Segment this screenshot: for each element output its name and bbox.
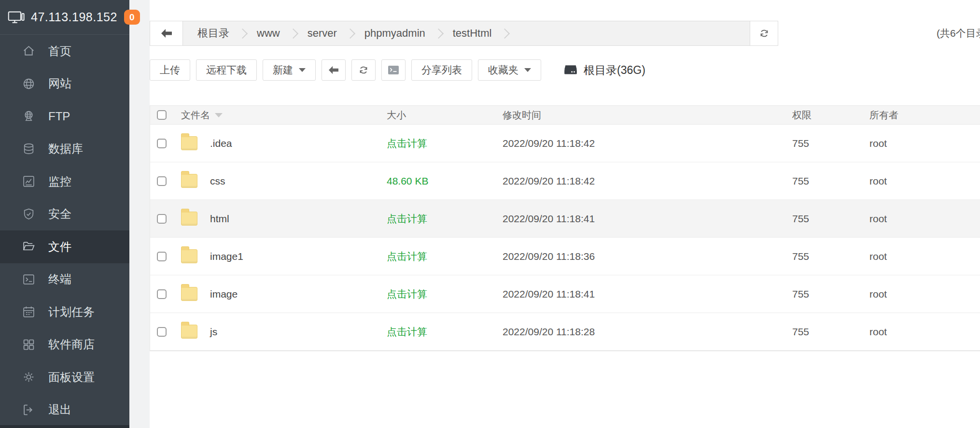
sidebar-item-label: 软件商店 [48,337,95,352]
table-row[interactable]: image1 点击计算 2022/09/20 11:18:36 755 root [150,238,980,275]
sidebar-item-security[interactable]: 安全 [0,198,129,231]
chevron-right-icon [288,28,298,38]
chevron-right-icon [434,28,444,38]
file-table: 文件名 大小 修改时间 权限 所有者 .idea 点击计算 2022/09/20… [150,105,980,351]
sidebar-item-label: 计划任务 [48,304,95,320]
monitor-chart-icon [21,175,36,188]
select-all-checkbox[interactable] [157,110,167,120]
file-name[interactable]: .idea [210,138,232,149]
sidebar-item-settings[interactable]: 面板设置 [0,361,129,394]
folder-open-icon [21,240,36,253]
terminal-button[interactable] [381,59,406,81]
file-name[interactable]: image [210,288,238,300]
header-name[interactable]: 文件名 [181,109,387,122]
file-perm: 755 [792,288,869,300]
breadcrumb-item-phpmyadmin[interactable]: phpmyadmin [364,27,425,40]
refresh-button[interactable] [351,59,376,81]
home-icon [21,44,36,57]
chevron-right-icon [238,28,248,38]
sidebar-item-label: 安全 [48,206,71,222]
path-back-button[interactable] [150,21,183,45]
size-calc-link[interactable]: 点击计算 [387,138,427,149]
row-checkbox[interactable] [157,176,167,186]
sidebar-item-home[interactable]: 首页 [0,35,129,68]
new-dropdown-button[interactable]: 新建 [263,59,316,81]
file-name[interactable]: js [210,326,217,338]
database-icon [21,143,36,156]
header-size[interactable]: 大小 [387,109,503,122]
row-checkbox[interactable] [157,139,167,148]
sidebar: 47.113.198.152 0 首页 网站 [0,0,129,428]
header-mtime[interactable]: 修改时间 [503,109,792,122]
header-perm[interactable]: 权限 [792,109,869,122]
sidebar-item-appstore[interactable]: 软件商店 [0,328,129,361]
sidebar-bottom-strip [0,425,129,428]
sidebar-item-monitor[interactable]: 监控 [0,165,129,198]
breadcrumb-item-server[interactable]: server [308,27,337,40]
sidebar-item-label: 面板设置 [48,370,95,385]
sort-caret-icon [215,113,223,117]
size-calc-link[interactable]: 点击计算 [387,288,427,300]
file-manager-main: 根目录 www server phpmyadmin testHtml (共6个目… [150,0,980,428]
root-disk-selector[interactable]: 根目录(36G) [563,63,645,78]
row-checkbox[interactable] [157,252,167,261]
sidebar-item-website[interactable]: 网站 [0,68,129,100]
file-mtime: 2022/09/20 11:18:41 [503,213,792,225]
size-calc-link[interactable]: 点击计算 [387,213,427,224]
row-checkbox[interactable] [157,327,167,337]
terminal-icon [21,273,36,286]
table-row[interactable]: css 48.60 KB 2022/09/20 11:18:42 755 roo… [150,162,980,200]
share-list-button[interactable]: 分享列表 [411,59,472,81]
file-name[interactable]: css [210,175,225,187]
file-mtime: 2022/09/20 11:18:28 [503,326,792,338]
server-header[interactable]: 47.113.198.152 0 [0,0,129,35]
file-name[interactable]: html [210,213,229,225]
size-calc-link[interactable]: 点击计算 [387,251,427,262]
folder-icon [181,174,197,188]
gear-icon [21,371,36,384]
table-row[interactable]: image 点击计算 2022/09/20 11:18:41 755 root [150,275,980,313]
caret-down-icon [524,68,531,72]
breadcrumb-item-www[interactable]: www [257,27,280,40]
calendar-icon [21,305,36,318]
sidebar-item-cron[interactable]: 计划任务 [0,296,129,328]
sidebar-item-label: 首页 [48,43,71,59]
size-value-link[interactable]: 48.60 KB [387,175,428,186]
caret-down-icon [299,68,306,72]
remote-download-button[interactable]: 远程下载 [196,59,257,81]
file-perm: 755 [792,251,869,262]
sidebar-item-files[interactable]: 文件 [0,230,129,263]
file-owner: root [869,138,980,149]
sidebar-item-database[interactable]: 数据库 [0,133,129,166]
table-row[interactable]: html 点击计算 2022/09/20 11:18:41 755 root [150,200,980,238]
back-button[interactable] [322,59,346,81]
file-owner: root [869,251,980,262]
row-checkbox[interactable] [157,289,167,299]
message-count-badge[interactable]: 0 [124,10,140,25]
sidebar-item-logout[interactable]: 退出 [0,394,129,427]
folder-icon [181,136,197,150]
content-gutter [129,0,150,428]
breadcrumb-item-testhtml[interactable]: testHtml [453,27,492,40]
sidebar-item-label: 数据库 [48,141,83,157]
header-owner[interactable]: 所有者 [869,109,980,122]
table-row[interactable]: js 点击计算 2022/09/20 11:18:28 755 root [150,313,980,351]
favorites-dropdown-button[interactable]: 收藏夹 [478,59,541,81]
path-refresh-button[interactable] [750,21,778,45]
folder-icon [181,325,197,339]
file-owner: root [869,288,980,300]
grid-apps-icon [21,338,36,351]
sidebar-item-terminal[interactable]: 终端 [0,263,129,296]
file-name[interactable]: image1 [210,251,243,262]
row-checkbox[interactable] [157,214,167,224]
sidebar-item-ftp[interactable]: FTP [0,100,129,133]
shield-check-icon [21,208,36,221]
file-perm: 755 [792,138,869,149]
file-owner: root [869,175,980,187]
computer-icon [8,10,25,25]
upload-button[interactable]: 上传 [150,59,190,81]
file-mtime: 2022/09/20 11:18:41 [503,288,792,300]
breadcrumb-item-root[interactable]: 根目录 [197,26,229,41]
table-row[interactable]: .idea 点击计算 2022/09/20 11:18:42 755 root [150,125,980,162]
size-calc-link[interactable]: 点击计算 [387,326,427,337]
